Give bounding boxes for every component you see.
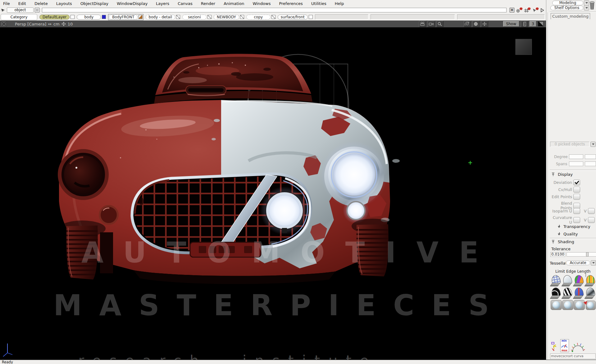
pointer-snap-icon[interactable] <box>532 8 539 13</box>
tolerance-slider[interactable] <box>566 252 596 257</box>
menu-delete[interactable]: Delete <box>34 1 48 6</box>
sphere-preview-icon[interactable] <box>574 300 585 310</box>
layer-chip-surface-front[interactable]: surface/front <box>278 15 313 20</box>
palette-menu-dropdown-icon[interactable] <box>584 0 589 6</box>
degree-input-u[interactable] <box>569 154 583 159</box>
window-corner-icon[interactable] <box>538 21 544 26</box>
display-row-cvhull: Cv/Hull <box>550 187 580 193</box>
layer-chip-newbody[interactable]: NEWBODY <box>214 15 244 20</box>
command-input[interactable] <box>42 8 507 12</box>
menu-utilities[interactable]: Utilities <box>311 1 326 6</box>
wireframe-shader-icon[interactable] <box>551 275 561 286</box>
view-count-button[interactable]: 3 <box>530 21 536 27</box>
menu-layers[interactable]: Layers <box>156 1 169 6</box>
blend-points-checkbox[interactable] <box>573 203 580 209</box>
menu-layouts[interactable]: Layouts <box>56 1 72 6</box>
car-model-render[interactable] <box>0 27 546 360</box>
picked-objects-dropdown-icon[interactable] <box>590 142 596 147</box>
isoparm-u-checkbox[interactable] <box>573 208 580 214</box>
menu-help[interactable]: Help <box>335 1 344 6</box>
layer-swatch-empty[interactable] <box>309 15 313 19</box>
layer-chip-sezioni[interactable]: sezioni <box>182 15 212 20</box>
show-button[interactable]: Show <box>503 21 519 27</box>
viewport-close-icon[interactable] <box>1 21 7 27</box>
shelf-tab-custom-modeling[interactable]: Custom_modeling <box>551 13 590 19</box>
menu-canvas[interactable]: Canvas <box>178 1 193 6</box>
shelf-options-dropdown-icon[interactable] <box>584 5 589 11</box>
sphere-preview-icon[interactable] <box>562 300 573 310</box>
layer-chip-defaultlayer[interactable]: DefaultLayer <box>39 15 75 20</box>
degree-input-v[interactable] <box>585 154 596 159</box>
ruler-icon[interactable] <box>521 21 528 27</box>
pick-cursor-icon <box>1 8 6 12</box>
layer-chip-body[interactable]: body <box>77 15 106 20</box>
deviation-checkbox[interactable] <box>573 180 580 185</box>
quality-section-header[interactable]: Quality <box>558 232 578 236</box>
shaded-sphere-icon[interactable] <box>472 21 480 27</box>
sphere-preview-icon[interactable] <box>551 300 562 310</box>
layer-swatch-blue[interactable] <box>102 15 106 19</box>
menu-render[interactable]: Render <box>201 1 215 6</box>
cvhull-checkbox[interactable] <box>573 187 580 193</box>
black-curve-shader-icon[interactable] <box>551 288 561 299</box>
zebra-shader-icon[interactable] <box>562 288 573 299</box>
curvature-comb-icon[interactable] <box>571 342 585 352</box>
edit-points-checkbox[interactable] <box>573 194 580 200</box>
layer-swatch-slash[interactable] <box>271 15 275 19</box>
prompt-row: object H <box>0 7 546 14</box>
menu-edit[interactable]: Edit <box>18 1 26 6</box>
spans-input-u[interactable] <box>569 162 583 166</box>
menu-animation[interactable]: Animation <box>224 1 244 6</box>
tessellator-dropdown-icon[interactable] <box>591 260 596 266</box>
sphere-tool-icon[interactable] <box>586 301 596 310</box>
chrome-shader-icon[interactable] <box>585 288 596 299</box>
menu-file[interactable]: File <box>3 1 10 6</box>
isoparm-v-checkbox[interactable] <box>588 208 595 214</box>
pan-view-icon[interactable] <box>481 21 488 27</box>
layer-chip-bodyfront[interactable]: BodyFRONT <box>108 14 143 20</box>
prompt-object-field[interactable]: object <box>7 7 34 13</box>
history-toggle-icon[interactable]: H <box>510 8 514 12</box>
plain-shader-icon[interactable] <box>562 275 573 286</box>
layer-swatch-slash[interactable] <box>207 15 212 19</box>
application-window: { "menu_bar": { "items": ["File","Edit",… <box>0 0 596 364</box>
layer-chip-body-detail[interactable]: body - detail <box>146 15 180 20</box>
render-camera-icon[interactable] <box>419 21 426 27</box>
menu-preferences[interactable]: Preferences <box>279 1 303 6</box>
tolerance-slider-thumb[interactable] <box>586 252 589 257</box>
category-button[interactable]: Category <box>1 14 37 20</box>
orbit-view-icon[interactable] <box>464 21 471 27</box>
menu-objectdisplay[interactable]: ObjectDisplay <box>80 1 108 6</box>
display-section-header[interactable]: Display <box>552 172 573 177</box>
layer-swatch-empty[interactable] <box>71 15 75 19</box>
magnifier-icon[interactable] <box>436 21 444 27</box>
tolerance-input[interactable]: 0.0100 <box>550 252 565 257</box>
layer-swatch-orange[interactable] <box>139 15 143 19</box>
transparency-section-header[interactable]: Transparency <box>558 224 590 229</box>
palette-menu[interactable]: Modeling <box>552 0 589 6</box>
curvature-v-checkbox[interactable] <box>588 217 595 223</box>
spans-input-v[interactable] <box>585 162 596 166</box>
play-prompt-icon[interactable] <box>540 8 544 12</box>
snap-grid-icon[interactable] <box>524 8 530 13</box>
menu-windows[interactable]: Windows <box>253 1 271 6</box>
locator-tool-icon[interactable] <box>550 342 558 352</box>
shelf-options-menu[interactable]: Shelf Options <box>550 5 589 11</box>
menu-windowdisplay[interactable]: WindowDisplay <box>117 1 148 6</box>
video-camera-icon[interactable] <box>428 21 435 27</box>
trash-icon[interactable] <box>589 1 595 10</box>
dice-random-icon[interactable] <box>516 8 522 13</box>
shading-section-header[interactable]: Shading <box>552 239 574 244</box>
layer-swatch-slash[interactable] <box>176 15 180 19</box>
prompt-history-icon[interactable] <box>35 8 39 12</box>
curvature-u-checkbox[interactable] <box>573 217 580 223</box>
blue-red-stripe-shader-icon[interactable] <box>574 288 584 299</box>
prompt-toolbar: H <box>508 8 546 13</box>
orange-stripe-shader-icon[interactable] <box>585 275 596 286</box>
layer-swatch-slash[interactable] <box>240 15 244 19</box>
deviation-gauge-icon[interactable]: min max <box>560 339 569 352</box>
multicolor-shader-icon[interactable] <box>574 275 584 286</box>
3d-viewport[interactable]: AUTOMOTIVE MASTERPIECES research institu… <box>0 27 546 360</box>
tessellator-combo[interactable]: Accurate <box>566 260 596 266</box>
layer-chip-copy[interactable]: copy <box>246 15 275 20</box>
